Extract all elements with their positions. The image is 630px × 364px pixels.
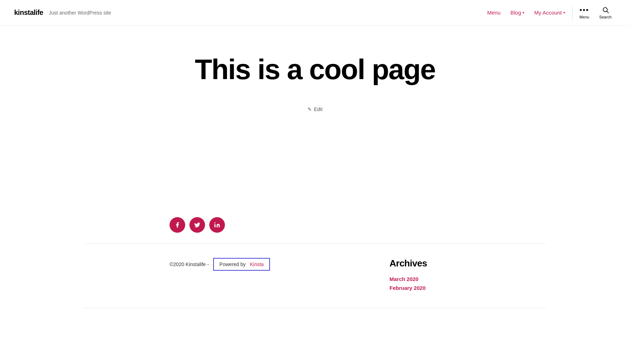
more-dots-icon: ••• bbox=[580, 6, 589, 13]
powered-by-text: Powered by bbox=[220, 261, 246, 267]
facebook-button[interactable] bbox=[170, 217, 185, 233]
blog-chevron-icon: ▾ bbox=[523, 11, 524, 15]
archive-link-item[interactable]: February 2020 bbox=[389, 285, 460, 291]
facebook-icon bbox=[174, 222, 181, 228]
nav-menu[interactable]: Menu bbox=[483, 7, 505, 18]
site-header: kinstalife Just another WordPress site M… bbox=[0, 0, 630, 26]
site-footer: ©2020 Kinstalife - Powered by Kinsta Arc… bbox=[84, 244, 546, 308]
site-logo[interactable]: kinstalife bbox=[14, 9, 43, 17]
nav-blog[interactable]: Blog ▾ bbox=[506, 7, 529, 18]
nav-search-button[interactable]: Search bbox=[595, 4, 616, 22]
linkedin-button[interactable] bbox=[209, 217, 225, 233]
site-tagline: Just another WordPress site bbox=[49, 10, 111, 16]
main-content: This is a cool page ✎ Edit bbox=[0, 26, 630, 203]
footer-left: ©2020 Kinstalife - Powered by Kinsta bbox=[170, 258, 270, 271]
search-icon bbox=[602, 6, 609, 13]
my-account-chevron-icon: ▾ bbox=[563, 11, 565, 15]
edit-link[interactable]: ✎ Edit bbox=[308, 106, 322, 112]
powered-by-box: Powered by Kinsta bbox=[213, 258, 270, 271]
nav-more-button[interactable]: ••• Menu bbox=[575, 4, 594, 22]
social-icons bbox=[170, 217, 460, 233]
more-menu-label: Menu bbox=[580, 15, 590, 19]
search-label: Search bbox=[599, 15, 612, 19]
svg-rect-2 bbox=[215, 224, 216, 227]
edit-label: Edit bbox=[314, 106, 322, 112]
archive-link-item[interactable]: March 2020 bbox=[389, 276, 460, 282]
svg-point-3 bbox=[215, 222, 216, 224]
nav-divider bbox=[572, 6, 573, 20]
archive-links: March 2020February 2020 bbox=[389, 276, 460, 291]
archives-title: Archives bbox=[389, 258, 460, 269]
nav-my-account[interactable]: My Account ▾ bbox=[530, 7, 569, 18]
footer-divider bbox=[84, 308, 546, 308]
header-nav: Menu Blog ▾ My Account ▾ ••• Menu Search bbox=[483, 4, 616, 22]
twitter-icon bbox=[194, 222, 200, 228]
header-left: kinstalife Just another WordPress site bbox=[14, 9, 111, 17]
social-section bbox=[84, 203, 546, 243]
page-title: This is a cool page bbox=[195, 54, 435, 85]
svg-line-1 bbox=[607, 11, 608, 13]
footer-archives: Archives March 2020February 2020 bbox=[389, 258, 460, 294]
edit-icon: ✎ bbox=[308, 106, 312, 112]
linkedin-icon bbox=[214, 222, 220, 228]
twitter-button[interactable] bbox=[189, 217, 205, 233]
kinsta-link[interactable]: Kinsta bbox=[250, 261, 264, 267]
copyright-text: ©2020 Kinstalife - bbox=[170, 261, 209, 267]
